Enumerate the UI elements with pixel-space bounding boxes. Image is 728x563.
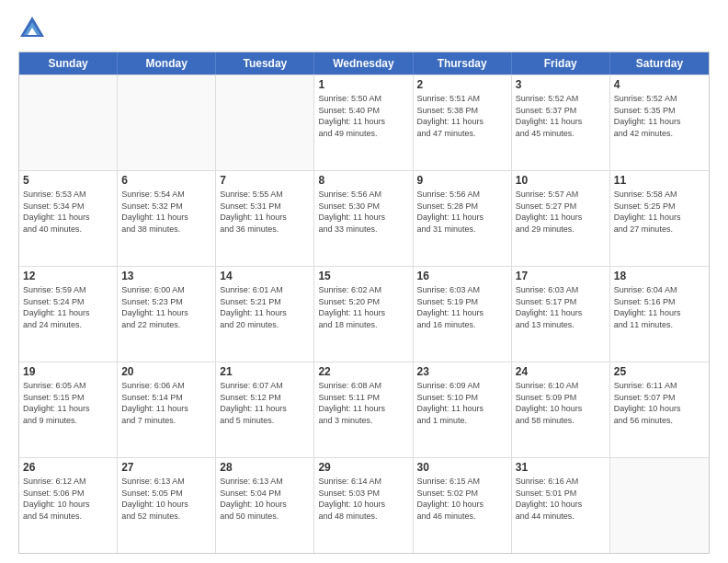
calendar-cell: 25Sunrise: 6:11 AM Sunset: 5:07 PM Dayli… bbox=[610, 362, 709, 457]
calendar-cell: 31Sunrise: 6:16 AM Sunset: 5:01 PM Dayli… bbox=[512, 458, 610, 553]
day-number: 20 bbox=[121, 365, 211, 378]
day-info: Sunrise: 5:51 AM Sunset: 5:38 PM Dayligh… bbox=[417, 93, 507, 139]
calendar-header: SundayMondayTuesdayWednesdayThursdayFrid… bbox=[19, 52, 709, 75]
header-day-saturday: Saturday bbox=[610, 52, 709, 75]
day-number: 18 bbox=[614, 270, 705, 282]
calendar-cell: 8Sunrise: 5:56 AM Sunset: 5:30 PM Daylig… bbox=[314, 171, 413, 266]
header-day-tuesday: Tuesday bbox=[216, 52, 314, 75]
calendar-cell: 23Sunrise: 6:09 AM Sunset: 5:10 PM Dayli… bbox=[414, 362, 512, 457]
calendar-cell: 3Sunrise: 5:52 AM Sunset: 5:37 PM Daylig… bbox=[512, 75, 610, 170]
calendar-cell: 13Sunrise: 6:00 AM Sunset: 5:23 PM Dayli… bbox=[118, 267, 216, 362]
calendar-body: 1Sunrise: 5:50 AM Sunset: 5:40 PM Daylig… bbox=[19, 75, 709, 553]
day-info: Sunrise: 5:57 AM Sunset: 5:27 PM Dayligh… bbox=[516, 189, 606, 235]
calendar-cell: 26Sunrise: 6:12 AM Sunset: 5:06 PM Dayli… bbox=[19, 458, 118, 553]
day-number: 28 bbox=[220, 461, 310, 474]
day-number: 23 bbox=[417, 365, 507, 378]
calendar-cell: 11Sunrise: 5:58 AM Sunset: 5:25 PM Dayli… bbox=[610, 171, 709, 266]
calendar-row-2: 5Sunrise: 5:53 AM Sunset: 5:34 PM Daylig… bbox=[19, 170, 709, 266]
day-number: 8 bbox=[318, 174, 408, 187]
calendar-cell: 7Sunrise: 5:55 AM Sunset: 5:31 PM Daylig… bbox=[216, 171, 314, 266]
calendar-cell: 20Sunrise: 6:06 AM Sunset: 5:14 PM Dayli… bbox=[118, 362, 216, 457]
header-day-wednesday: Wednesday bbox=[314, 52, 413, 75]
day-number: 11 bbox=[614, 174, 705, 187]
header-day-friday: Friday bbox=[512, 52, 610, 75]
day-info: Sunrise: 5:59 AM Sunset: 5:24 PM Dayligh… bbox=[23, 284, 113, 330]
calendar-cell: 10Sunrise: 5:57 AM Sunset: 5:27 PM Dayli… bbox=[512, 171, 610, 266]
day-info: Sunrise: 6:10 AM Sunset: 5:09 PM Dayligh… bbox=[516, 380, 606, 426]
day-info: Sunrise: 5:52 AM Sunset: 5:35 PM Dayligh… bbox=[614, 93, 705, 139]
day-info: Sunrise: 5:52 AM Sunset: 5:37 PM Dayligh… bbox=[516, 93, 606, 139]
day-info: Sunrise: 6:11 AM Sunset: 5:07 PM Dayligh… bbox=[614, 380, 705, 426]
day-number: 16 bbox=[417, 270, 507, 282]
day-number: 4 bbox=[614, 78, 705, 91]
calendar-cell: 18Sunrise: 6:04 AM Sunset: 5:16 PM Dayli… bbox=[610, 267, 709, 362]
logo bbox=[18, 15, 50, 42]
day-info: Sunrise: 5:50 AM Sunset: 5:40 PM Dayligh… bbox=[318, 93, 408, 139]
day-info: Sunrise: 6:01 AM Sunset: 5:21 PM Dayligh… bbox=[220, 284, 310, 330]
calendar-cell: 2Sunrise: 5:51 AM Sunset: 5:38 PM Daylig… bbox=[414, 75, 512, 170]
day-number: 2 bbox=[417, 78, 507, 91]
day-number: 14 bbox=[220, 270, 310, 282]
day-number: 10 bbox=[516, 174, 606, 187]
day-info: Sunrise: 5:58 AM Sunset: 5:25 PM Dayligh… bbox=[614, 189, 705, 235]
day-number: 30 bbox=[417, 461, 507, 474]
day-info: Sunrise: 5:56 AM Sunset: 5:30 PM Dayligh… bbox=[318, 189, 408, 235]
calendar-cell: 24Sunrise: 6:10 AM Sunset: 5:09 PM Dayli… bbox=[512, 362, 610, 457]
day-info: Sunrise: 6:02 AM Sunset: 5:20 PM Dayligh… bbox=[318, 284, 408, 330]
day-info: Sunrise: 6:13 AM Sunset: 5:05 PM Dayligh… bbox=[121, 476, 211, 522]
day-number: 3 bbox=[516, 78, 606, 91]
day-info: Sunrise: 6:05 AM Sunset: 5:15 PM Dayligh… bbox=[23, 380, 113, 426]
day-info: Sunrise: 6:09 AM Sunset: 5:10 PM Dayligh… bbox=[417, 380, 507, 426]
day-info: Sunrise: 5:54 AM Sunset: 5:32 PM Dayligh… bbox=[121, 189, 211, 235]
calendar-cell: 12Sunrise: 5:59 AM Sunset: 5:24 PM Dayli… bbox=[19, 267, 118, 362]
day-number: 22 bbox=[318, 365, 408, 378]
day-info: Sunrise: 6:03 AM Sunset: 5:19 PM Dayligh… bbox=[417, 284, 507, 330]
calendar-cell bbox=[19, 75, 118, 170]
calendar-cell: 30Sunrise: 6:15 AM Sunset: 5:02 PM Dayli… bbox=[414, 458, 512, 553]
day-info: Sunrise: 6:03 AM Sunset: 5:17 PM Dayligh… bbox=[516, 284, 606, 330]
calendar-cell: 15Sunrise: 6:02 AM Sunset: 5:20 PM Dayli… bbox=[314, 267, 413, 362]
calendar-cell: 19Sunrise: 6:05 AM Sunset: 5:15 PM Dayli… bbox=[19, 362, 118, 457]
calendar-cell: 16Sunrise: 6:03 AM Sunset: 5:19 PM Dayli… bbox=[414, 267, 512, 362]
page: SundayMondayTuesdayWednesdayThursdayFrid… bbox=[0, 0, 728, 563]
day-number: 19 bbox=[23, 365, 113, 378]
day-info: Sunrise: 6:00 AM Sunset: 5:23 PM Dayligh… bbox=[121, 284, 211, 330]
calendar-cell bbox=[118, 75, 216, 170]
calendar-cell: 9Sunrise: 5:56 AM Sunset: 5:28 PM Daylig… bbox=[414, 171, 512, 266]
calendar-cell: 27Sunrise: 6:13 AM Sunset: 5:05 PM Dayli… bbox=[118, 458, 216, 553]
day-info: Sunrise: 6:07 AM Sunset: 5:12 PM Dayligh… bbox=[220, 380, 310, 426]
day-number: 29 bbox=[318, 461, 408, 474]
day-number: 12 bbox=[23, 270, 113, 282]
day-number: 15 bbox=[318, 270, 408, 282]
day-info: Sunrise: 6:04 AM Sunset: 5:16 PM Dayligh… bbox=[614, 284, 705, 330]
calendar-row-1: 1Sunrise: 5:50 AM Sunset: 5:40 PM Daylig… bbox=[19, 75, 709, 170]
calendar-row-4: 19Sunrise: 6:05 AM Sunset: 5:15 PM Dayli… bbox=[19, 362, 709, 457]
day-number: 17 bbox=[516, 270, 606, 282]
header-day-sunday: Sunday bbox=[19, 52, 118, 75]
calendar-cell: 14Sunrise: 6:01 AM Sunset: 5:21 PM Dayli… bbox=[216, 267, 314, 362]
day-info: Sunrise: 5:53 AM Sunset: 5:34 PM Dayligh… bbox=[23, 189, 113, 235]
header-day-thursday: Thursday bbox=[414, 52, 512, 75]
day-info: Sunrise: 6:08 AM Sunset: 5:11 PM Dayligh… bbox=[318, 380, 408, 426]
day-info: Sunrise: 6:06 AM Sunset: 5:14 PM Dayligh… bbox=[121, 380, 211, 426]
calendar-cell bbox=[610, 458, 709, 553]
day-info: Sunrise: 5:55 AM Sunset: 5:31 PM Dayligh… bbox=[220, 189, 310, 235]
day-info: Sunrise: 6:12 AM Sunset: 5:06 PM Dayligh… bbox=[23, 476, 113, 522]
calendar-cell: 1Sunrise: 5:50 AM Sunset: 5:40 PM Daylig… bbox=[314, 75, 413, 170]
calendar-row-3: 12Sunrise: 5:59 AM Sunset: 5:24 PM Dayli… bbox=[19, 266, 709, 362]
day-info: Sunrise: 6:13 AM Sunset: 5:04 PM Dayligh… bbox=[220, 476, 310, 522]
day-number: 9 bbox=[417, 174, 507, 187]
calendar-cell: 5Sunrise: 5:53 AM Sunset: 5:34 PM Daylig… bbox=[19, 171, 118, 266]
day-number: 27 bbox=[121, 461, 211, 474]
day-info: Sunrise: 5:56 AM Sunset: 5:28 PM Dayligh… bbox=[417, 189, 507, 235]
day-number: 21 bbox=[220, 365, 310, 378]
day-number: 5 bbox=[23, 174, 113, 187]
calendar-cell: 29Sunrise: 6:14 AM Sunset: 5:03 PM Dayli… bbox=[314, 458, 413, 553]
day-number: 7 bbox=[220, 174, 310, 187]
day-info: Sunrise: 6:15 AM Sunset: 5:02 PM Dayligh… bbox=[417, 476, 507, 522]
day-number: 6 bbox=[121, 174, 211, 187]
day-number: 26 bbox=[23, 461, 113, 474]
header bbox=[18, 15, 710, 42]
calendar-cell: 22Sunrise: 6:08 AM Sunset: 5:11 PM Dayli… bbox=[314, 362, 413, 457]
day-number: 13 bbox=[121, 270, 211, 282]
